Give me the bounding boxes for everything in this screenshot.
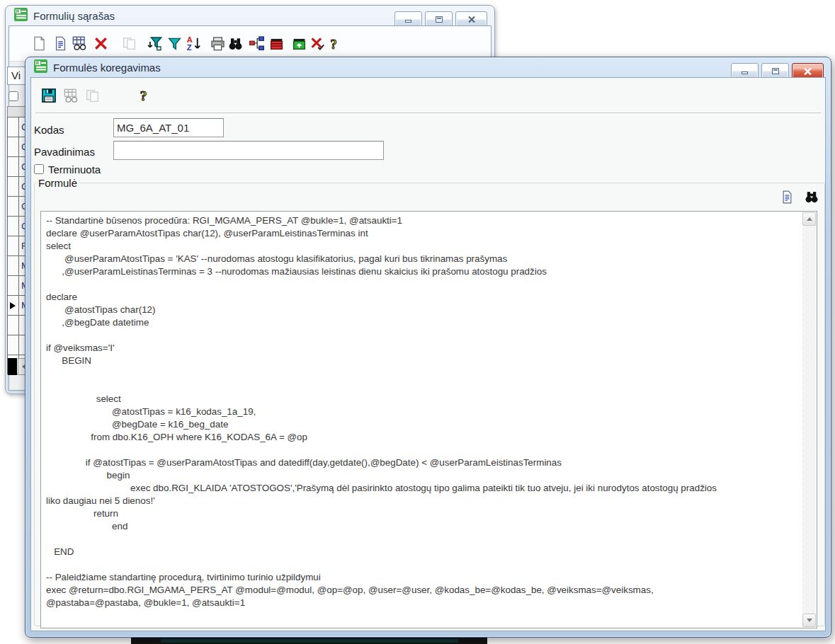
- help-button[interactable]: ?: [326, 35, 343, 52]
- red-journal-button[interactable]: [268, 35, 285, 52]
- formula-edit-client: ? Kodas Pavadinimas Terminuota Formulė -…: [30, 77, 826, 631]
- code-vertical-scrollbar[interactable]: [802, 212, 816, 627]
- row-selector-cell[interactable]: [8, 157, 19, 176]
- row-selector-cell[interactable]: [8, 335, 19, 355]
- window-formula-edit[interactable]: R Formulės koregavimas ? Kodas Pavadinim…: [25, 57, 831, 638]
- scroll-down-button[interactable]: [802, 614, 816, 627]
- view-document-button[interactable]: [52, 35, 69, 52]
- window-title: Formulių sąrašas: [33, 10, 115, 22]
- svg-text:R: R: [36, 61, 39, 65]
- svg-text:Z: Z: [186, 43, 191, 51]
- formule-legend: Formulė: [36, 177, 79, 189]
- app-icon: R: [14, 8, 28, 24]
- row-selector-cell[interactable]: [8, 276, 19, 295]
- edit-record-button[interactable]: [71, 35, 88, 52]
- list-option-checkbox[interactable]: [8, 91, 18, 101]
- find-button[interactable]: [805, 190, 819, 204]
- current-row-marker: [10, 302, 16, 309]
- kodas-input[interactable]: [113, 118, 224, 137]
- filter-button[interactable]: [166, 35, 183, 52]
- svg-text:?: ?: [140, 88, 147, 103]
- row-selector-cell[interactable]: [8, 217, 19, 236]
- edit-record-button[interactable]: [62, 87, 79, 104]
- pavadinimas-label: Pavadinimas: [34, 146, 95, 158]
- help-button[interactable]: ?: [136, 87, 153, 104]
- green-journal-button[interactable]: [290, 35, 307, 52]
- new-document-button[interactable]: [30, 35, 47, 52]
- titlebar-formula-edit[interactable]: R Formulės koregavimas: [25, 57, 831, 77]
- row-selector-cell[interactable]: [8, 137, 19, 156]
- save-button[interactable]: [40, 87, 57, 104]
- svg-text:?: ?: [330, 37, 336, 50]
- row-selector-cell[interactable]: [8, 177, 19, 196]
- delete-record-button[interactable]: [92, 35, 109, 52]
- pavadinimas-input[interactable]: [113, 141, 384, 160]
- hscroll-thumb[interactable]: [8, 358, 17, 375]
- row-selector-cell[interactable]: [8, 197, 19, 216]
- copy-button[interactable]: [84, 87, 101, 104]
- toolbar-separator: [35, 113, 821, 115]
- row-selector-cell[interactable]: [8, 117, 19, 137]
- scroll-up-button[interactable]: [802, 212, 816, 226]
- terminuota-checkbox[interactable]: [34, 164, 44, 174]
- related-links-button[interactable]: [248, 35, 265, 52]
- formula-code-text[interactable]: -- Standartinė būsenos procedūra: RGI_MG…: [41, 212, 802, 627]
- row-selector-cell[interactable]: [8, 316, 19, 335]
- find-button[interactable]: [227, 35, 244, 52]
- view-document-button[interactable]: [780, 190, 794, 204]
- kodas-label: Kodas: [34, 124, 64, 136]
- sort-az-button[interactable]: AZ: [185, 35, 202, 52]
- print-button[interactable]: [209, 35, 226, 52]
- window-title: Formulės koregavimas: [53, 62, 161, 74]
- copy-button[interactable]: [120, 35, 137, 52]
- app-icon: R: [34, 59, 47, 76]
- filter-with-params-button[interactable]: [146, 35, 163, 52]
- desktop: { "background_window": { "title": "Formu…: [0, 0, 835, 644]
- cancel-with-check-button[interactable]: [309, 35, 326, 52]
- row-selector-cell[interactable]: [8, 296, 19, 315]
- row-selector-cell[interactable]: [8, 236, 19, 255]
- clipped-text-remnant: [161, 639, 458, 643]
- row-selector-cell[interactable]: [8, 256, 19, 275]
- terminuota-label: Terminuota: [48, 163, 101, 176]
- svg-text:R: R: [16, 9, 19, 13]
- formula-code-editor[interactable]: -- Standartinė būsenos procedūra: RGI_MG…: [40, 211, 817, 628]
